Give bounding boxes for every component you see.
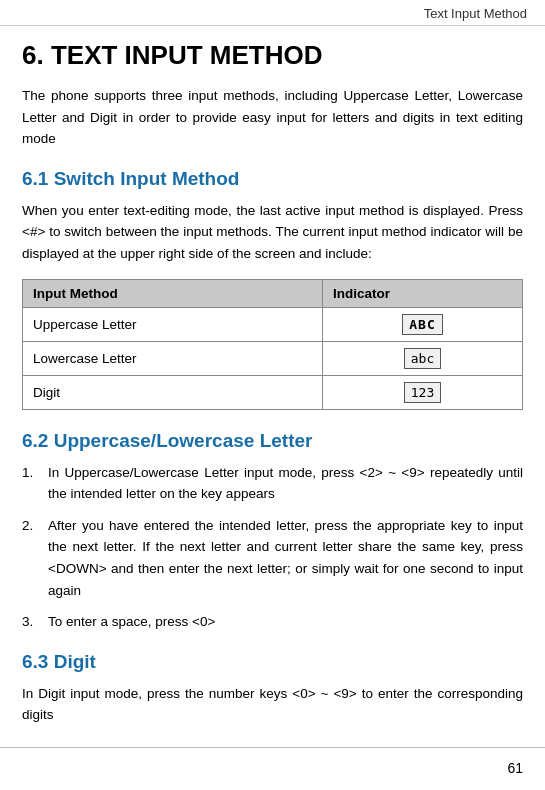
list-number-3: 3. — [22, 611, 48, 633]
list-number-2: 2. — [22, 515, 48, 537]
section3-text: In Digit input mode, press the number ke… — [22, 683, 523, 726]
list-text-1: In Uppercase/Lowercase Letter input mode… — [48, 462, 523, 505]
intro-text: The phone supports three input methods, … — [22, 85, 523, 150]
indicator-box-abc-lower: abc — [404, 348, 441, 369]
page-footer: 61 — [507, 760, 523, 776]
table-row: Uppercase Letter ABC — [23, 307, 523, 341]
table-header-indicator: Indicator — [323, 279, 523, 307]
method-lowercase: Lowercase Letter — [23, 341, 323, 375]
indicator-box-123: 123 — [404, 382, 441, 403]
main-title: 6. TEXT INPUT METHOD — [22, 40, 523, 71]
list-item: 1. In Uppercase/Lowercase Letter input m… — [22, 462, 523, 505]
page-content: 6. TEXT INPUT METHOD The phone supports … — [0, 26, 545, 760]
method-digit: Digit — [23, 375, 323, 409]
section2-list: 1. In Uppercase/Lowercase Letter input m… — [22, 462, 523, 633]
table-header-method: Input Method — [23, 279, 323, 307]
header-title: Text Input Method — [424, 6, 527, 21]
list-item: 2. After you have entered the intended l… — [22, 515, 523, 601]
page-header: Text Input Method — [0, 0, 545, 26]
method-uppercase: Uppercase Letter — [23, 307, 323, 341]
section1-text: When you enter text-editing mode, the la… — [22, 200, 523, 265]
section3-title: 6.3 Digit — [22, 651, 523, 673]
footer-divider — [0, 747, 545, 748]
table-row: Lowercase Letter abc — [23, 341, 523, 375]
list-item: 3. To enter a space, press <0> — [22, 611, 523, 633]
input-method-table: Input Method Indicator Uppercase Letter … — [22, 279, 523, 410]
list-text-3: To enter a space, press <0> — [48, 611, 523, 633]
indicator-box-abc: ABC — [402, 314, 442, 335]
section2-title: 6.2 Uppercase/Lowercase Letter — [22, 430, 523, 452]
section1-title: 6.1 Switch Input Method — [22, 168, 523, 190]
list-number-1: 1. — [22, 462, 48, 484]
list-text-2: After you have entered the intended lett… — [48, 515, 523, 601]
indicator-lowercase: abc — [323, 341, 523, 375]
table-row: Digit 123 — [23, 375, 523, 409]
indicator-digit: 123 — [323, 375, 523, 409]
indicator-uppercase: ABC — [323, 307, 523, 341]
page-number: 61 — [507, 760, 523, 776]
